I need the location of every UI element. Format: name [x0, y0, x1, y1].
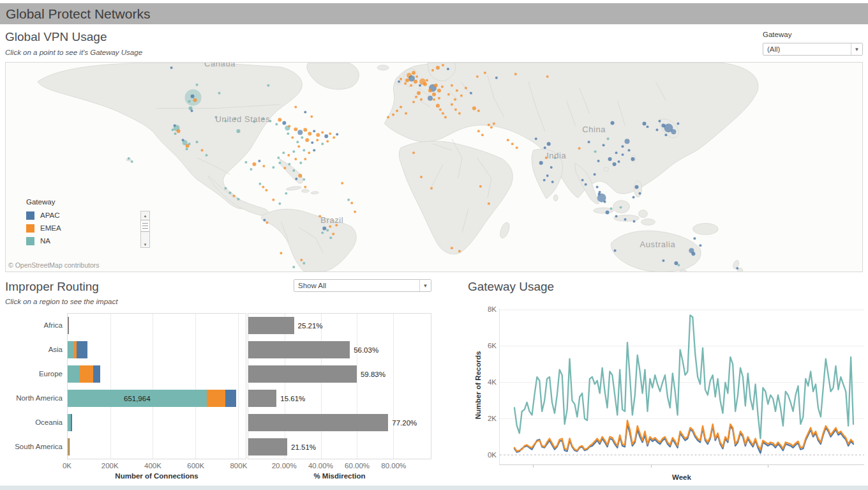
vpn-point-emea[interactable] [298, 174, 302, 178]
misdirection-bar-north-america[interactable] [248, 390, 276, 407]
vpn-point-na[interactable] [292, 150, 295, 153]
vpn-point-apac[interactable] [336, 133, 338, 135]
vpn-point-emea[interactable] [392, 114, 394, 116]
vpn-point-emea[interactable] [472, 107, 476, 111]
vpn-point-apac[interactable] [596, 186, 599, 188]
vpn-point-emea[interactable] [412, 101, 415, 103]
vpn-point-apac[interactable] [551, 181, 554, 183]
vpn-point-na[interactable] [228, 192, 231, 194]
vpn-point-emea[interactable] [400, 78, 402, 80]
bar-oceania-apac[interactable] [71, 414, 72, 431]
legend-item-apac[interactable]: APAC [26, 209, 61, 222]
vpn-point-emea[interactable] [454, 109, 457, 111]
vpn-point-emea[interactable] [442, 112, 444, 115]
vpn-point-na[interactable] [278, 162, 281, 164]
vpn-point-apac[interactable] [588, 141, 590, 143]
usage-line-emea[interactable] [514, 420, 853, 451]
vpn-point-apac[interactable] [631, 157, 635, 161]
vpn-point-emea[interactable] [341, 182, 343, 185]
vpn-point-emea[interactable] [291, 136, 294, 139]
vpn-point-apac[interactable] [170, 66, 173, 69]
vpn-point-na[interactable] [677, 264, 680, 266]
vpn-point-emea[interactable] [456, 89, 458, 92]
vpn-point-apac[interactable] [736, 267, 738, 270]
vpn-point-apac[interactable] [632, 196, 635, 199]
vpn-point-emea[interactable] [316, 139, 318, 141]
region-label-south-america[interactable]: South America [0, 434, 63, 459]
vpn-point-emea[interactable] [303, 128, 307, 132]
vpn-point-na[interactable] [250, 168, 252, 171]
vpn-point-emea[interactable] [451, 247, 453, 249]
vpn-point-emea[interactable] [447, 93, 450, 96]
vpn-point-emea[interactable] [431, 69, 434, 72]
world-map[interactable]: CanadaUnited StatesBrazilChinaIndiaAustr… [6, 63, 862, 272]
vpn-point-apac[interactable] [470, 92, 472, 95]
vpn-point-emea[interactable] [476, 75, 479, 78]
vpn-point-apac[interactable] [297, 130, 303, 135]
vpn-point-emea[interactable] [436, 66, 440, 70]
vpn-point-apac[interactable] [608, 157, 612, 161]
vpn-point-apac[interactable] [313, 149, 315, 151]
vpn-point-apac[interactable] [581, 179, 584, 181]
vpn-point-emea[interactable] [428, 89, 432, 93]
vpn-point-emea[interactable] [415, 75, 418, 78]
vpn-point-na[interactable] [278, 203, 281, 205]
bar-north-america-apac[interactable] [225, 390, 236, 407]
scroll-down-icon[interactable]: ▼ [141, 240, 149, 249]
vpn-map[interactable]: CanadaUnited StatesBrazilChinaIndiaAustr… [5, 62, 863, 272]
vpn-point-emea[interactable] [420, 98, 423, 101]
vpn-point-emea[interactable] [329, 225, 331, 227]
vpn-point-emea[interactable] [438, 97, 440, 100]
vpn-point-na[interactable] [282, 151, 285, 154]
vpn-point-apac[interactable] [322, 226, 326, 230]
vpn-point-na[interactable] [172, 128, 174, 131]
vpn-point-emea[interactable] [437, 89, 441, 93]
vpn-point-na[interactable] [321, 231, 324, 234]
vpn-point-emea[interactable] [430, 187, 433, 190]
vpn-point-emea[interactable] [310, 115, 313, 118]
scrollbar-thumb[interactable] [141, 220, 149, 232]
vpn-point-emea[interactable] [458, 112, 461, 115]
vpn-point-apac[interactable] [699, 244, 701, 247]
vpn-point-emea[interactable] [400, 106, 402, 109]
vpn-point-na[interactable] [607, 137, 610, 140]
vpn-point-emea[interactable] [444, 116, 447, 118]
vpn-point-apac[interactable] [182, 139, 184, 141]
vpn-point-na[interactable] [303, 262, 305, 264]
region-label-africa[interactable]: Africa [0, 313, 63, 337]
vpn-point-na[interactable] [244, 161, 247, 164]
vpn-point-emea[interactable] [460, 95, 463, 97]
vpn-point-apac[interactable] [671, 129, 676, 134]
vpn-point-emea[interactable] [329, 132, 331, 135]
vpn-point-na[interactable] [188, 142, 191, 145]
vpn-point-emea[interactable] [414, 80, 417, 84]
vpn-point-apac[interactable] [598, 193, 601, 195]
vpn-point-apac[interactable] [546, 174, 549, 177]
vpn-point-apac[interactable] [615, 151, 618, 154]
vpn-point-emea[interactable] [316, 133, 320, 137]
vpn-point-emea[interactable] [265, 189, 267, 192]
vpn-point-emea[interactable] [436, 104, 440, 108]
vpn-point-emea[interactable] [423, 82, 427, 86]
vpn-point-emea[interactable] [484, 72, 486, 74]
vpn-point-emea[interactable] [514, 73, 517, 75]
connections-chart[interactable]: 651,964 [67, 313, 246, 459]
vpn-point-apac[interactable] [691, 252, 695, 256]
vpn-point-emea[interactable] [507, 139, 509, 141]
vpn-point-emea[interactable] [232, 195, 235, 197]
vpn-point-apac[interactable] [543, 179, 546, 181]
vpn-point-na[interactable] [196, 84, 198, 86]
vpn-point-emea[interactable] [308, 132, 311, 135]
vpn-point-emea[interactable] [300, 259, 303, 261]
region-label-europe[interactable]: Europe [0, 362, 63, 386]
vpn-point-emea[interactable] [410, 84, 412, 87]
vpn-point-emea[interactable] [252, 162, 256, 166]
vpn-point-emea[interactable] [412, 71, 415, 75]
vpn-point-na[interactable] [285, 192, 287, 195]
vpn-point-emea[interactable] [332, 233, 334, 235]
vpn-point-na[interactable] [206, 154, 208, 157]
vpn-point-apac[interactable] [304, 111, 306, 114]
vpn-point-emea[interactable] [297, 145, 300, 148]
vpn-point-emea[interactable] [193, 98, 197, 102]
vpn-point-apac[interactable] [639, 192, 641, 195]
